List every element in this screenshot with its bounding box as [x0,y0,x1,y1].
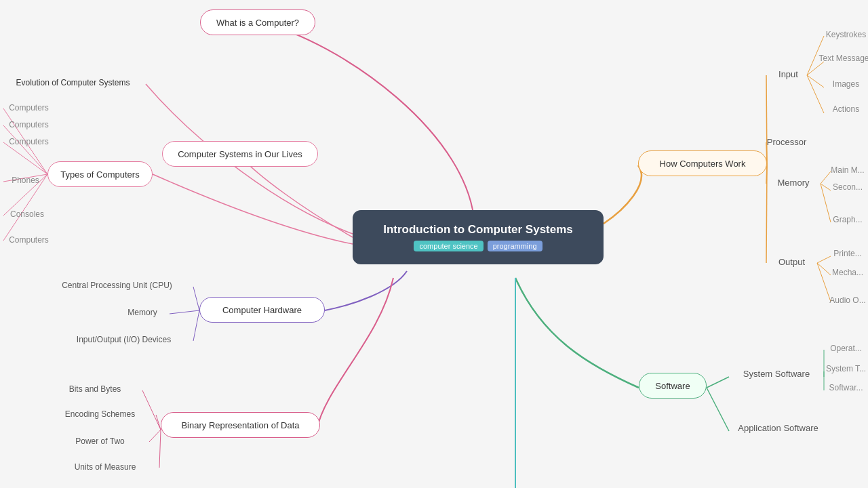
input-label: Input [766,66,810,81]
system-software-label: System Software [729,366,824,381]
graphics-node: Graph... [827,212,868,227]
evolution-node[interactable]: Evolution of Computer Systems [0,73,146,92]
processor-label: Processor [756,134,817,149]
svg-line-10 [156,415,161,430]
actions-node: Actions [824,102,868,117]
keystrokes-node: Keystrokes [824,27,868,42]
computers-1-node: Computers [0,100,58,115]
center-node[interactable]: Introduction to Computer Systems compute… [353,210,604,264]
mindmap-canvas: Introduction to Computer Systems compute… [0,0,868,488]
system-tools-node: System T... [824,361,868,376]
types-of-computers-node[interactable]: Types of Computers [47,161,153,187]
what-is-computer-label: What is a Computer? [216,18,299,28]
mecha-node: Mecha... [827,265,868,280]
types-of-computers-label: Types of Computers [60,169,139,180]
svg-line-27 [707,377,729,388]
memory-hw2-label: Memory [766,175,821,190]
binary-rep-label: Binary Representation of Data [181,420,299,430]
main-mem-node: Main M... [827,163,868,178]
binary-rep-node[interactable]: Binary Representation of Data [161,412,320,438]
svg-line-3 [3,125,47,174]
what-is-computer-node[interactable]: What is a Computer? [200,9,315,35]
bits-bytes-node: Bits and Bytes [51,382,139,396]
operating-node: Operat... [824,341,868,356]
software-node[interactable]: Software [639,373,707,399]
computer-systems-lives-node[interactable]: Computer Systems in Our Lives [162,141,318,167]
phones-node: Phones [0,173,51,188]
evolution-label: Evolution of Computer Systems [16,78,130,87]
how-computers-work-label: How Computers Work [660,159,746,169]
computers-4-node: Computers [0,232,58,247]
software-label: Software [655,381,690,391]
printer-node: Printe... [827,246,868,261]
tag-computer-science: computer science [414,241,483,251]
units-measure-node: Units of Measure [54,460,156,474]
svg-line-12 [159,430,161,468]
cpu-node: Central Processing Unit (CPU) [41,278,193,293]
svg-line-7 [170,310,199,314]
computer-systems-lives-label: Computer Systems in Our Lives [178,149,302,159]
computer-hardware-node[interactable]: Computer Hardware [199,297,325,323]
secondary-node: Secon... [827,180,868,195]
software-dev-node: Softwar... [824,380,868,395]
svg-line-11 [149,430,161,442]
tag-programming: programming [488,241,542,251]
images-node: Images [824,77,868,92]
output-label: Output [766,254,817,269]
io-devices-node: Input/Output (I/O) Devices [54,332,193,347]
computers-3-node: Computers [0,134,58,149]
tags-container: computer science programming [414,241,542,251]
encoding-node: Encoding Schemes [47,407,153,422]
audio-node: Audio O... [827,293,868,308]
text-mes-node: Text Messages [824,51,868,66]
computers-2-node: Computers [0,117,58,132]
svg-line-13 [766,75,767,165]
memory-hw-node: Memory [115,305,170,320]
center-title: Introduction to Computer Systems [383,223,573,237]
power-of-two-node: Power of Two [54,434,146,449]
app-software-label: Application Software [722,420,834,435]
consoles-node: Consoles [0,207,54,222]
computer-hardware-label: Computer Hardware [222,305,302,315]
svg-line-8 [193,310,199,341]
svg-line-6 [193,287,199,310]
how-computers-work-node[interactable]: How Computers Work [638,150,767,176]
